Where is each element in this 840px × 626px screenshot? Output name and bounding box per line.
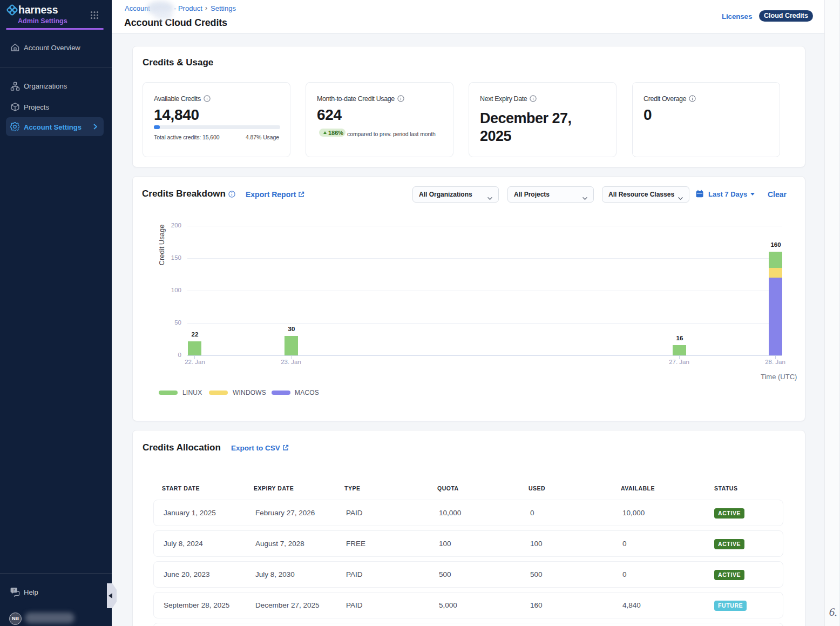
svg-text:?: ?	[13, 588, 16, 593]
